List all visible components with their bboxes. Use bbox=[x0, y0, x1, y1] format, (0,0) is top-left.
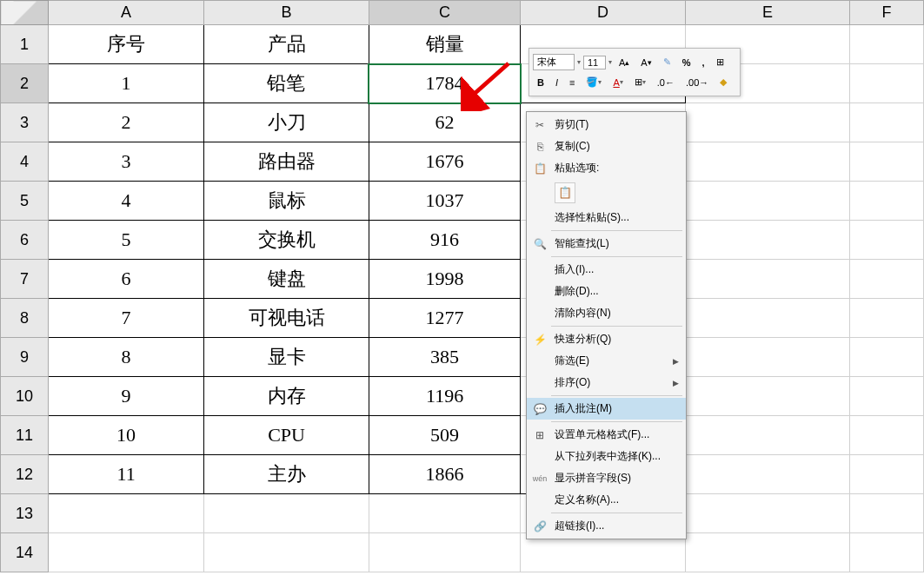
cell-a14[interactable] bbox=[48, 533, 203, 572]
dropdown-icon[interactable]: ▾ bbox=[608, 58, 612, 66]
menu-dropdown-pick[interactable]: 从下拉列表中选择(K)... bbox=[527, 446, 686, 467]
row-header-1[interactable]: 1 bbox=[1, 25, 49, 64]
bold-icon[interactable]: B bbox=[533, 75, 548, 90]
menu-copy[interactable]: ⎘ 复制(C) bbox=[527, 136, 686, 157]
row-header-14[interactable]: 14 bbox=[1, 533, 49, 572]
cell-c4[interactable]: 1676 bbox=[369, 142, 521, 182]
cell-c8[interactable]: 1277 bbox=[369, 299, 521, 338]
cell-f12[interactable] bbox=[850, 455, 924, 494]
row-header-10[interactable]: 10 bbox=[1, 377, 49, 416]
cell-f9[interactable] bbox=[850, 338, 924, 377]
row-header-9[interactable]: 9 bbox=[1, 338, 49, 377]
menu-paste-options[interactable]: 📋 粘贴选项: bbox=[527, 157, 686, 179]
cell-e7[interactable] bbox=[685, 260, 849, 299]
cell-c1[interactable]: 销量 bbox=[369, 25, 521, 64]
align-icon[interactable]: ≡ bbox=[565, 75, 579, 90]
menu-define-name[interactable]: 定义名称(A)... bbox=[527, 489, 686, 511]
menu-quick-analysis[interactable]: ⚡ 快速分析(Q) bbox=[527, 328, 686, 350]
format-painter-icon[interactable]: ✎ bbox=[659, 54, 675, 70]
cell-a4[interactable]: 3 bbox=[48, 142, 203, 182]
cell-b3[interactable]: 小刀 bbox=[204, 103, 369, 142]
menu-insert[interactable]: 插入(I)... bbox=[527, 259, 686, 281]
row-header-2[interactable]: 2 bbox=[1, 64, 49, 103]
menu-delete[interactable]: 删除(D)... bbox=[527, 281, 686, 302]
dropdown-icon[interactable]: ▾ bbox=[577, 58, 581, 66]
menu-filter[interactable]: 筛选(E) ▶ bbox=[527, 350, 686, 372]
increase-font-icon[interactable]: A▴ bbox=[615, 55, 634, 70]
paste-default-icon[interactable]: 📋 bbox=[555, 182, 575, 203]
cell-f3[interactable] bbox=[850, 103, 924, 142]
borders-icon[interactable]: ⊞▾ bbox=[630, 74, 650, 90]
cell-b11[interactable]: CPU bbox=[204, 416, 369, 455]
cell-c9[interactable]: 385 bbox=[369, 338, 521, 377]
row-header-12[interactable]: 12 bbox=[1, 455, 49, 494]
cell-f5[interactable] bbox=[850, 182, 924, 221]
percent-icon[interactable]: % bbox=[678, 55, 695, 70]
cell-a1[interactable]: 序号 bbox=[48, 25, 203, 64]
cell-c13[interactable] bbox=[369, 494, 521, 533]
cell-a5[interactable]: 4 bbox=[48, 182, 203, 221]
cell-b10[interactable]: 内存 bbox=[204, 377, 369, 416]
decrease-font-icon[interactable]: A▾ bbox=[636, 55, 655, 70]
cell-e14[interactable] bbox=[685, 533, 849, 572]
cell-e11[interactable] bbox=[685, 416, 849, 455]
row-header-3[interactable]: 3 bbox=[1, 103, 49, 142]
cell-e4[interactable] bbox=[685, 142, 849, 182]
cell-b1[interactable]: 产品 bbox=[204, 25, 369, 64]
cell-a11[interactable]: 10 bbox=[48, 416, 203, 455]
col-header-e[interactable]: E bbox=[685, 1, 849, 25]
col-header-a[interactable]: A bbox=[48, 1, 203, 25]
select-all-corner[interactable] bbox=[1, 1, 49, 25]
cell-a10[interactable]: 9 bbox=[48, 377, 203, 416]
cell-e10[interactable] bbox=[685, 377, 849, 416]
cell-c11[interactable]: 509 bbox=[369, 416, 521, 455]
cell-b12[interactable]: 主办 bbox=[204, 455, 369, 494]
comma-icon[interactable]: , bbox=[697, 55, 708, 70]
row-header-5[interactable]: 5 bbox=[1, 182, 49, 221]
cell-a9[interactable]: 8 bbox=[48, 338, 203, 377]
row-header-7[interactable]: 7 bbox=[1, 260, 49, 299]
cell-a8[interactable]: 7 bbox=[48, 299, 203, 338]
spreadsheet-grid[interactable]: A B C D E F 1 序号 产品 销量 2 1 铅笔 1784 邦邦1 3… bbox=[0, 0, 924, 572]
col-header-d[interactable]: D bbox=[521, 1, 685, 25]
menu-show-pinyin[interactable]: wén 显示拼音字段(S) bbox=[527, 467, 686, 489]
col-header-f[interactable]: F bbox=[850, 1, 924, 25]
cell-e6[interactable] bbox=[685, 221, 849, 260]
cell-e13[interactable] bbox=[685, 494, 849, 533]
row-header-6[interactable]: 6 bbox=[1, 221, 49, 260]
cell-c3[interactable]: 62 bbox=[369, 103, 521, 142]
font-name-select[interactable]: 宋体 bbox=[533, 54, 575, 70]
decimal-increase-icon[interactable]: .0← bbox=[653, 75, 679, 90]
fill-color-icon[interactable]: 🪣▾ bbox=[582, 74, 606, 90]
cell-a3[interactable]: 2 bbox=[48, 103, 203, 142]
cell-b6[interactable]: 交换机 bbox=[204, 221, 369, 260]
cell-b4[interactable]: 路由器 bbox=[204, 142, 369, 182]
cell-b9[interactable]: 显卡 bbox=[204, 338, 369, 377]
cell-e5[interactable] bbox=[685, 182, 849, 221]
row-header-8[interactable]: 8 bbox=[1, 299, 49, 338]
cell-c10[interactable]: 1196 bbox=[369, 377, 521, 416]
menu-cut[interactable]: ✂ 剪切(T) bbox=[527, 114, 686, 136]
cell-a7[interactable]: 6 bbox=[48, 260, 203, 299]
cell-e9[interactable] bbox=[685, 338, 849, 377]
cell-b8[interactable]: 可视电话 bbox=[204, 299, 369, 338]
cell-c5[interactable]: 1037 bbox=[369, 182, 521, 221]
menu-sort[interactable]: 排序(O) ▶ bbox=[527, 372, 686, 394]
cell-f11[interactable] bbox=[850, 416, 924, 455]
cell-f8[interactable] bbox=[850, 299, 924, 338]
row-header-13[interactable]: 13 bbox=[1, 494, 49, 533]
cell-a12[interactable]: 11 bbox=[48, 455, 203, 494]
cell-a6[interactable]: 5 bbox=[48, 221, 203, 260]
cell-b14[interactable] bbox=[204, 533, 369, 572]
cell-b5[interactable]: 鼠标 bbox=[204, 182, 369, 221]
cell-c12[interactable]: 1866 bbox=[369, 455, 521, 494]
cell-c2-selected[interactable]: 1784 bbox=[369, 64, 521, 103]
decimal-decrease-icon[interactable]: .00→ bbox=[681, 75, 713, 90]
cell-a13[interactable] bbox=[48, 494, 203, 533]
cell-f2[interactable] bbox=[850, 64, 924, 103]
cell-b7[interactable]: 键盘 bbox=[204, 260, 369, 299]
cell-e8[interactable] bbox=[685, 299, 849, 338]
row-header-4[interactable]: 4 bbox=[1, 142, 49, 182]
menu-clear-contents[interactable]: 清除内容(N) bbox=[527, 302, 686, 324]
cell-f14[interactable] bbox=[850, 533, 924, 572]
